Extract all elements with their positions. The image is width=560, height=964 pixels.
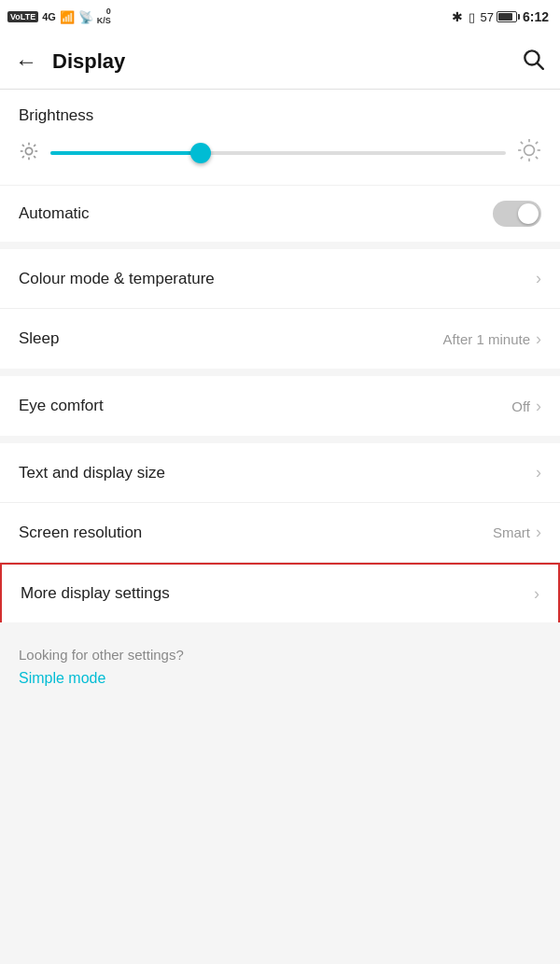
- status-left: VoLTE 4G 📶 📡 0 K/S: [7, 7, 111, 26]
- clock: 6:12: [523, 9, 549, 24]
- automatic-row: Automatic: [0, 185, 560, 242]
- display-options-section: Text and display size › Screen resolutio…: [0, 443, 560, 622]
- text-display-size-item[interactable]: Text and display size ›: [0, 443, 560, 503]
- battery-icon: [497, 11, 517, 22]
- battery-block: 57: [481, 10, 517, 24]
- sleep-item[interactable]: Sleep After 1 minute ›: [0, 309, 560, 369]
- chevron-icon: ›: [536, 523, 541, 542]
- signal-4g: 4G: [42, 11, 56, 22]
- colour-mode-label: Colour mode & temperature: [19, 270, 215, 288]
- back-button[interactable]: ←: [15, 49, 37, 75]
- svg-line-16: [521, 142, 523, 144]
- brightness-section: Brightness: [0, 90, 560, 242]
- bluetooth-icon: ✱: [452, 9, 463, 24]
- vibrate-icon: ▯: [469, 10, 475, 24]
- battery-percent: 57: [481, 10, 494, 24]
- more-display-settings-label: More display settings: [21, 584, 170, 603]
- brightness-row: [19, 138, 541, 168]
- sleep-label: Sleep: [19, 329, 59, 348]
- battery-fill: [498, 13, 512, 21]
- svg-line-8: [34, 156, 35, 158]
- sleep-right: After 1 minute ›: [443, 329, 541, 349]
- screen-resolution-value: Smart: [493, 524, 530, 540]
- eye-comfort-right: Off ›: [511, 397, 541, 416]
- colour-sleep-section: Colour mode & temperature › Sleep After …: [0, 249, 560, 369]
- chevron-icon: ›: [536, 463, 541, 482]
- svg-point-11: [525, 146, 535, 156]
- chevron-icon: ›: [536, 329, 541, 349]
- chevron-icon: ›: [536, 269, 541, 288]
- svg-line-19: [521, 157, 523, 159]
- volte-badge: VoLTE: [7, 11, 38, 22]
- brightness-high-icon: [517, 138, 541, 168]
- brightness-label: Brightness: [19, 106, 541, 125]
- simple-mode-link[interactable]: Simple mode: [19, 670, 105, 686]
- toggle-thumb: [518, 203, 539, 224]
- eye-comfort-value: Off: [511, 398, 530, 414]
- svg-line-7: [22, 144, 24, 146]
- slider-fill: [50, 151, 201, 155]
- colour-mode-right: ›: [536, 269, 541, 288]
- status-bar: VoLTE 4G 📶 📡 0 K/S ✱ ▯ 57 6:12: [0, 0, 560, 34]
- looking-text: Looking for other settings?: [19, 647, 541, 663]
- more-display-settings-right: ›: [534, 584, 539, 604]
- text-display-size-label: Text and display size: [19, 464, 165, 482]
- brightness-slider[interactable]: [50, 151, 506, 155]
- search-button[interactable]: [521, 47, 545, 77]
- svg-line-18: [536, 142, 538, 144]
- svg-point-2: [25, 147, 32, 154]
- svg-line-17: [536, 157, 538, 159]
- page-title: Display: [52, 49, 521, 74]
- wifi-icon: 📡: [78, 10, 93, 24]
- brightness-low-icon: [19, 141, 39, 166]
- network-speed: 0 K/S: [97, 7, 111, 26]
- signal-bars-icon: 📶: [60, 10, 75, 24]
- screen-resolution-label: Screen resolution: [19, 524, 142, 542]
- screen-resolution-right: Smart ›: [493, 523, 541, 542]
- eye-comfort-item[interactable]: Eye comfort Off ›: [0, 376, 560, 436]
- app-bar: ← Display: [0, 34, 560, 90]
- automatic-label: Automatic: [19, 204, 90, 223]
- chevron-icon: ›: [534, 584, 539, 604]
- looking-section: Looking for other settings? Simple mode: [0, 630, 560, 696]
- svg-line-10: [22, 156, 24, 158]
- svg-line-9: [34, 144, 35, 146]
- svg-line-1: [538, 63, 543, 68]
- automatic-toggle[interactable]: [493, 201, 541, 227]
- more-display-settings-item[interactable]: More display settings ›: [0, 563, 560, 622]
- status-right: ✱ ▯ 57 6:12: [452, 9, 550, 24]
- eye-comfort-label: Eye comfort: [19, 397, 104, 415]
- eye-comfort-section: Eye comfort Off ›: [0, 376, 560, 436]
- text-display-right: ›: [536, 463, 541, 482]
- colour-mode-item[interactable]: Colour mode & temperature ›: [0, 249, 560, 309]
- chevron-icon: ›: [536, 397, 541, 416]
- slider-thumb[interactable]: [190, 143, 211, 163]
- sleep-value: After 1 minute: [443, 331, 530, 347]
- screen-resolution-item[interactable]: Screen resolution Smart ›: [0, 503, 560, 563]
